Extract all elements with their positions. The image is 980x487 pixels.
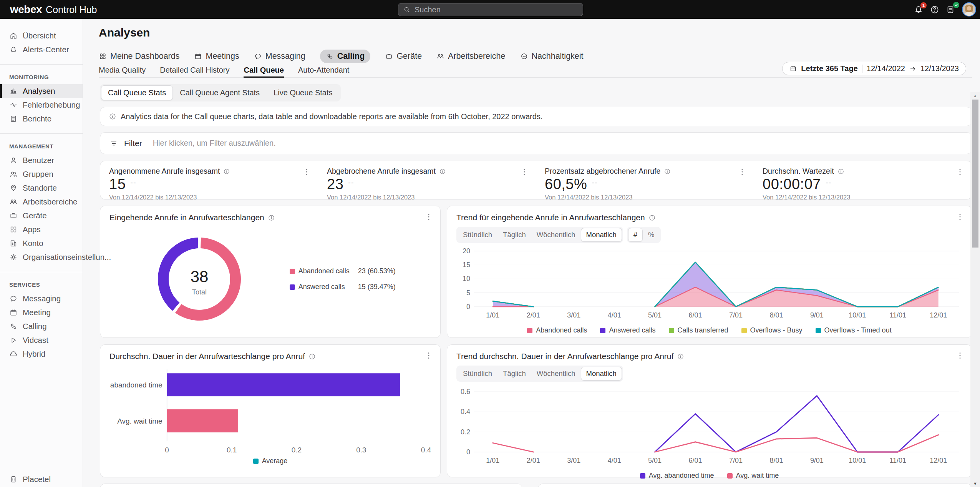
- svg-text:4/01: 4/01: [608, 457, 621, 464]
- subtab-auto-attendant[interactable]: Auto-Attendant: [298, 66, 349, 77]
- calendar-range-icon: [789, 65, 797, 72]
- search-input[interactable]: [415, 5, 578, 14]
- sidebar-item-calling[interactable]: Calling: [0, 319, 83, 333]
- kebab-menu-icon[interactable]: [424, 351, 433, 360]
- tab-ger-te[interactable]: Geräte: [385, 52, 422, 61]
- sidebar-item-alerts-center[interactable]: Alerts-Center: [0, 43, 83, 57]
- sidebar-item-ger-te[interactable]: Geräte: [0, 209, 83, 223]
- sidebar-item-label: Gruppen: [23, 170, 53, 179]
- notifications-button[interactable]: 1: [914, 5, 924, 15]
- date-end[interactable]: 12/13/2023: [920, 64, 959, 73]
- toggle-w-chentlich[interactable]: Wöchentlich: [531, 228, 581, 242]
- sidebar-item-meeting[interactable]: Meeting: [0, 306, 83, 319]
- tab-meine-dashboards[interactable]: Meine Dashboards: [99, 52, 179, 61]
- subtab-media-quality[interactable]: Media Quality: [99, 66, 146, 77]
- toggle-[interactable]: #: [628, 228, 643, 242]
- legend-label: Abandoned calls: [298, 267, 352, 275]
- tasks-button[interactable]: [946, 5, 956, 15]
- tab-calling[interactable]: Calling: [320, 50, 371, 63]
- sidebar-item-apps[interactable]: Apps: [0, 223, 83, 236]
- subtab-call-queue[interactable]: Call Queue: [244, 66, 284, 78]
- legend-abandoned-calls[interactable]: Abandoned calls: [527, 326, 587, 334]
- user-avatar[interactable]: [962, 2, 976, 17]
- info-icon[interactable]: [268, 214, 275, 221]
- tab-arbeitsbereiche[interactable]: Arbeitsbereiche: [436, 52, 505, 61]
- legend-avg-wait-time[interactable]: Avg. wait time: [727, 472, 779, 480]
- info-icon[interactable]: [677, 353, 684, 360]
- bar-avg-wait-time[interactable]: [167, 409, 238, 432]
- filter-bar[interactable]: Filter Hier klicken, um Filter auszuwähl…: [100, 132, 972, 154]
- scrollbar-down-arrow[interactable]: ▼: [970, 481, 980, 486]
- sidebar-item-placetel[interactable]: Placetel: [0, 472, 83, 486]
- scrollbar-thumb[interactable]: [972, 100, 978, 248]
- toggle-st-ndlich[interactable]: Stündlich: [458, 367, 497, 381]
- legend-answered-calls[interactable]: Answered calls15 (39.47%): [290, 283, 431, 291]
- subtab-detailed-call-history[interactable]: Detailed Call History: [160, 66, 229, 77]
- sidebar-item-organisationseinstellun[interactable]: Organisationseinstellun...: [0, 250, 83, 264]
- pill-call-queue-agent-stats[interactable]: Call Queue Agent Stats: [173, 85, 267, 100]
- kebab-menu-icon[interactable]: [738, 167, 747, 176]
- legend-avg-abandoned-time[interactable]: Avg. abandoned time: [640, 472, 714, 480]
- global-search[interactable]: [398, 3, 583, 16]
- kpi-label: Durchschn. Wartezeit: [763, 167, 834, 176]
- user-icon: [9, 156, 18, 165]
- legend-overflows-timed-out[interactable]: Overflows - Timed out: [816, 326, 892, 334]
- legend-overflows-busy[interactable]: Overflows - Busy: [741, 326, 803, 334]
- workspaces-icon: [436, 52, 444, 60]
- next-section-partial: [100, 484, 972, 487]
- legend-answered-calls[interactable]: Answered calls: [600, 326, 655, 334]
- svg-text:12/01: 12/01: [930, 311, 947, 319]
- sidebar-item-messaging[interactable]: Messaging: [0, 292, 83, 306]
- toggle-st-ndlich[interactable]: Stündlich: [458, 228, 497, 242]
- sidebar-item-hybrid[interactable]: Hybrid: [0, 347, 83, 361]
- sidebar-item-arbeitsbereiche[interactable]: Arbeitsbereiche: [0, 195, 83, 209]
- bar-avg-abandoned-time[interactable]: [167, 373, 400, 396]
- toggle-w-chentlich[interactable]: Wöchentlich: [531, 367, 581, 381]
- sidebar-item-label: Übersicht: [23, 31, 56, 40]
- toggle-monatlich[interactable]: Monatlich: [581, 228, 622, 242]
- toggle-monatlich[interactable]: Monatlich: [581, 367, 622, 381]
- banner-text: Analytics data for the Call queue charts…: [121, 112, 542, 121]
- play-icon: [9, 336, 18, 344]
- legend-label: Answered calls: [298, 283, 352, 291]
- kebab-menu-icon[interactable]: [955, 167, 965, 176]
- kebab-menu-icon[interactable]: [520, 167, 529, 176]
- tasks-done-badge: [953, 2, 959, 8]
- pill-live-queue-stats[interactable]: Live Queue Stats: [267, 85, 339, 100]
- legend-calls-transferred[interactable]: Calls transferred: [669, 326, 728, 334]
- brand-logo: webex Control Hub: [10, 3, 97, 16]
- scrollbar-up-arrow[interactable]: ▲: [970, 93, 980, 98]
- sidebar-item-analysen[interactable]: Analysen: [0, 84, 83, 98]
- kebab-menu-icon[interactable]: [302, 167, 311, 176]
- tab-messaging[interactable]: Messaging: [254, 52, 305, 61]
- date-range-picker[interactable]: Letzte 365 Tage 12/14/2022 12/13/2023: [782, 62, 966, 75]
- sidebar-item-gruppen[interactable]: Gruppen: [0, 167, 83, 181]
- sidebar-item-standorte[interactable]: Standorte: [0, 181, 83, 195]
- toggle-t-glich[interactable]: Täglich: [497, 367, 531, 381]
- tab-nachhaltigkeit[interactable]: Nachhaltigkeit: [520, 52, 584, 61]
- legend-average[interactable]: Average: [253, 457, 288, 465]
- donut-legend: Abandoned calls23 (60.53%)Answered calls…: [290, 222, 431, 336]
- date-start[interactable]: 12/14/2022: [867, 64, 905, 73]
- toggle-t-glich[interactable]: Täglich: [497, 228, 531, 242]
- info-icon[interactable]: [308, 353, 316, 360]
- tab-label: Geräte: [396, 52, 422, 61]
- sidebar-item-fehlerbehebung[interactable]: Fehlerbehebung: [0, 98, 83, 112]
- kebab-menu-icon[interactable]: [424, 212, 433, 221]
- sidebar-item-vidcast[interactable]: Vidcast: [0, 333, 83, 347]
- tab-meetings[interactable]: Meetings: [194, 52, 239, 61]
- sidebar-item-benutzer[interactable]: Benutzer: [0, 153, 83, 167]
- sidebar-item-bersicht[interactable]: Übersicht: [0, 29, 83, 43]
- kebab-menu-icon[interactable]: [955, 212, 965, 221]
- sidebar-item-berichte[interactable]: Berichte: [0, 112, 83, 126]
- sidebar-item-konto[interactable]: Konto: [0, 236, 83, 250]
- info-icon[interactable]: [648, 214, 656, 221]
- legend-abandoned-calls[interactable]: Abandoned calls23 (60.53%): [290, 267, 431, 275]
- help-button[interactable]: [930, 5, 940, 15]
- kebab-menu-icon[interactable]: [955, 351, 965, 360]
- toggle-[interactable]: %: [643, 228, 660, 242]
- pill-call-queue-stats[interactable]: Call Queue Stats: [101, 85, 173, 100]
- scrollbar[interactable]: ▲ ▼: [970, 92, 980, 487]
- svg-text:0: 0: [466, 303, 470, 311]
- sidebar-item-label: Alerts-Center: [23, 45, 69, 54]
